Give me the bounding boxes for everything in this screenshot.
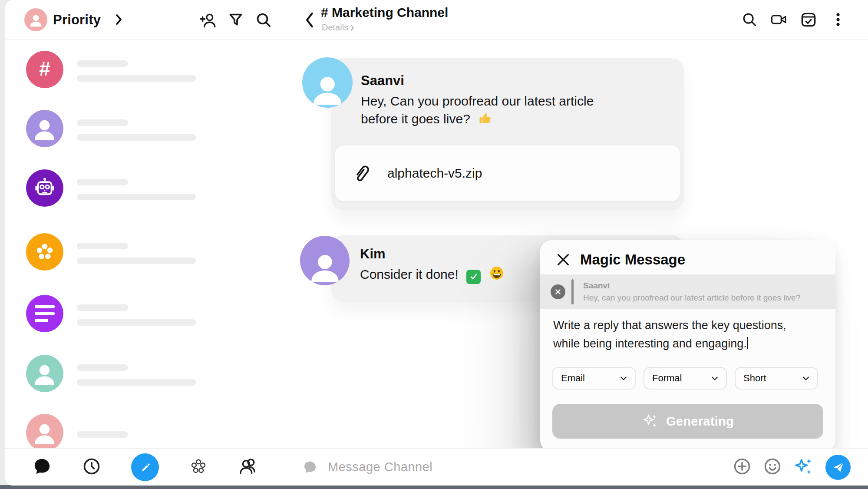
placeholder-title-bar	[77, 304, 128, 311]
placeholder-subtitle-bar	[77, 194, 196, 200]
generating-button[interactable]: Generating	[552, 404, 823, 439]
compose-button[interactable]	[131, 453, 159, 481]
magic-panel-title: Magic Message	[580, 251, 685, 268]
attachment-card[interactable]: alphatech-v5.zip	[335, 145, 680, 201]
workspace-chevron-icon[interactable]	[113, 13, 124, 28]
sidebar-item-channel[interactable]: #	[26, 51, 196, 88]
saanvi-avatar[interactable]	[302, 57, 353, 108]
back-chevron-icon[interactable]	[304, 11, 315, 30]
pencil-icon	[139, 461, 152, 474]
contact-avatar	[26, 414, 63, 448]
placeholder-subtitle-bar	[77, 379, 196, 386]
quote-author: Saanvi	[583, 281, 800, 291]
contacts-people-icon[interactable]	[238, 456, 259, 479]
close-icon[interactable]	[556, 252, 571, 267]
apps-dots-icon[interactable]	[188, 456, 208, 478]
add-person-icon[interactable]	[199, 11, 217, 29]
prompt-line2: while being interesting and engaging.	[553, 337, 747, 350]
quote-text: Hey, can you proofread our latest articl…	[583, 293, 800, 303]
filter-icon[interactable]	[227, 11, 245, 29]
sidebar-panel: Priority	[5, 0, 286, 486]
attachment-filename: alphatech-v5.zip	[387, 166, 482, 181]
search-icon[interactable]	[254, 11, 273, 29]
dropdown-value: Short	[743, 373, 766, 384]
message-text-line1: Hey, Can you proofread our latest articl…	[361, 94, 594, 108]
emoji-icon[interactable]	[763, 457, 782, 478]
details-chevron-icon	[350, 24, 355, 31]
video-call-icon[interactable]	[770, 10, 788, 29]
chevron-down-icon	[619, 374, 628, 383]
message-list: Saanvi Hey, Can you proofread our latest…	[286, 40, 868, 448]
sidebar-item-contact[interactable]	[26, 355, 196, 392]
person-silhouette-icon	[27, 11, 45, 29]
quoted-message: Saanvi Hey, can you proofread our latest…	[540, 274, 835, 309]
app-avatar	[26, 233, 63, 271]
magic-message-panel: Magic Message Saanvi Hey, can you proofr…	[540, 240, 835, 448]
contact-avatar	[26, 355, 63, 392]
placeholder-title-bar	[77, 243, 128, 249]
thumbs-up-emoji	[478, 111, 493, 130]
person-silhouette-icon	[30, 418, 59, 447]
placeholder-subtitle-bar	[77, 319, 196, 326]
message-input[interactable]: Message Channel	[302, 449, 432, 486]
search-icon[interactable]	[740, 10, 759, 29]
sparkles-icon	[642, 413, 659, 430]
length-dropdown[interactable]: Short	[735, 367, 818, 390]
message-text-line2: before it goes live?	[361, 112, 470, 126]
text-cursor	[747, 337, 748, 349]
chat-topbar: # Marketing Channel Details	[286, 0, 868, 40]
tasks-icon[interactable]	[799, 10, 818, 29]
bot-avatar	[26, 169, 63, 207]
channel-title: # Marketing Channel	[321, 5, 448, 20]
tone-dropdown[interactable]: Formal	[644, 367, 727, 390]
chat-panel: # Marketing Channel Details	[286, 0, 868, 486]
history-clock-icon[interactable]	[82, 456, 102, 478]
paper-plane-icon	[832, 461, 845, 474]
kim-avatar[interactable]	[300, 236, 350, 285]
prompt-input[interactable]: Write a reply that answers the key quest…	[553, 317, 786, 353]
sidebar-item-notes[interactable]	[26, 295, 196, 332]
sidebar-item-contact[interactable]	[26, 414, 128, 448]
workspace-title[interactable]: Priority	[53, 12, 101, 28]
channel-hash-avatar: #	[26, 51, 63, 88]
sidebar-item-app[interactable]	[26, 233, 196, 271]
hash-icon: #	[39, 59, 50, 80]
more-menu-icon[interactable]	[829, 10, 847, 29]
chevron-down-icon	[802, 374, 810, 383]
panel-divider	[286, 0, 286, 486]
placeholder-subtitle-bar	[77, 258, 196, 264]
send-button[interactable]	[825, 455, 851, 480]
channel-details-link[interactable]: Details	[322, 23, 355, 33]
placeholder-title-bar	[77, 119, 128, 126]
sidebar-item-bot[interactable]	[26, 169, 196, 207]
quote-accent-bar	[571, 279, 574, 304]
chevron-down-icon	[710, 374, 719, 383]
generating-label: Generating	[666, 414, 734, 429]
sidebar-topbar: Priority	[5, 0, 286, 40]
chats-tab-icon[interactable]	[32, 456, 52, 478]
placeholder-title-bar	[77, 179, 128, 185]
person-silhouette-icon	[306, 247, 344, 285]
person-silhouette-icon	[308, 69, 347, 108]
app-stage: Priority	[0, 0, 868, 489]
placeholder-subtitle-bar	[77, 75, 196, 82]
prompt-line1: Write a reply that answers the key quest…	[553, 319, 786, 332]
sidebar-item-contact[interactable]	[26, 110, 196, 147]
composer-placeholder: Message Channel	[328, 460, 432, 474]
window-bottom-edge	[0, 485, 868, 489]
magic-sparkles-icon[interactable]	[793, 456, 814, 479]
person-silhouette-icon	[30, 359, 59, 388]
paperclip-icon	[352, 162, 372, 184]
format-dropdown[interactable]: Email	[552, 367, 636, 390]
dots-cluster-icon	[34, 241, 56, 263]
dropdown-value: Email	[561, 373, 585, 384]
workspace-avatar[interactable]	[24, 8, 47, 31]
placeholder-subtitle-bar	[77, 134, 196, 141]
remove-quote-button[interactable]	[551, 284, 565, 299]
message-text: Consider it done!	[360, 267, 459, 281]
app-window: Priority	[5, 0, 868, 486]
placeholder-title-bar	[77, 60, 128, 67]
dropdown-value: Formal	[652, 373, 682, 384]
message-author: Saanvi	[361, 73, 671, 89]
attach-plus-icon[interactable]	[733, 457, 752, 478]
